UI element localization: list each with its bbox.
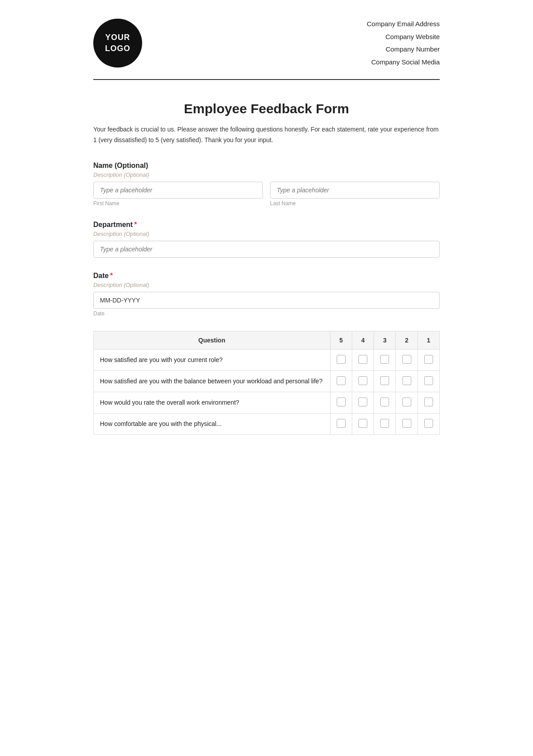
rating-3-cell [374, 413, 396, 434]
rating-5-cell [330, 392, 352, 413]
company-info: Company Email Address Company Website Co… [367, 18, 440, 68]
checkbox-r3-4[interactable] [358, 419, 367, 428]
name-field-label: Name (Optional) [93, 162, 440, 170]
checkbox-r1-5[interactable] [337, 376, 346, 385]
question-cell: How would you rate the overall work envi… [94, 392, 330, 413]
col-3: 3 [374, 331, 396, 349]
checkbox-r2-4[interactable] [358, 398, 367, 406]
first-name-wrapper: First Name [93, 182, 263, 207]
rating-4-cell [352, 392, 374, 413]
table-row: How satisfied are you with your current … [94, 349, 440, 370]
form-title: Employee Feedback Form [93, 101, 440, 116]
rating-4-cell [352, 370, 374, 392]
checkbox-r1-1[interactable] [424, 376, 433, 385]
name-field-section: Name (Optional) Description (Optional) F… [93, 162, 440, 207]
col-question: Question [94, 331, 330, 349]
date-field-label: Date* [93, 272, 440, 280]
last-name-sublabel: Last Name [270, 200, 440, 207]
rating-1-cell [418, 413, 439, 434]
question-cell: How satisfied are you with your current … [94, 349, 330, 370]
department-field-description: Description (Optional) [93, 231, 440, 237]
col-5: 5 [330, 331, 352, 349]
department-input[interactable] [93, 241, 440, 258]
question-cell: How satisfied are you with the balance b… [94, 370, 330, 392]
table-header: Question 5 4 3 2 1 [94, 331, 440, 349]
checkbox-r2-5[interactable] [337, 398, 346, 406]
department-required-star: * [134, 221, 137, 228]
department-field-section: Department* Description (Optional) [93, 221, 440, 258]
name-field-description: Description (Optional) [93, 171, 440, 178]
date-input-row: Date [93, 292, 440, 317]
date-field-description: Description (Optional) [93, 282, 440, 288]
company-website-label: Company Website [367, 31, 440, 44]
table-row: How satisfied are you with the balance b… [94, 370, 440, 392]
name-input-row: First Name Last Name [93, 182, 440, 207]
table-row: How would you rate the overall work envi… [94, 392, 440, 413]
checkbox-r2-3[interactable] [380, 398, 389, 406]
checkbox-r2-2[interactable] [402, 398, 411, 406]
checkbox-r1-2[interactable] [402, 376, 411, 385]
checkbox-r3-1[interactable] [424, 419, 433, 428]
checkbox-r0-4[interactable] [358, 355, 367, 364]
checkbox-r1-3[interactable] [380, 376, 389, 385]
department-input-row [93, 241, 440, 258]
rating-2-cell [396, 349, 418, 370]
table-header-row: Question 5 4 3 2 1 [94, 331, 440, 349]
question-cell: How comfortable are you with the physica… [94, 413, 330, 434]
date-wrapper: Date [93, 292, 440, 317]
company-social-label: Company Social Media [367, 56, 440, 69]
checkbox-r0-3[interactable] [380, 355, 389, 364]
first-name-sublabel: First Name [93, 200, 263, 207]
date-required-star: * [110, 272, 113, 279]
department-field-label: Department* [93, 221, 440, 229]
rating-3-cell [374, 349, 396, 370]
rating-4-cell [352, 349, 374, 370]
rating-4-cell [352, 413, 374, 434]
table-body: How satisfied are you with your current … [94, 349, 440, 434]
rating-5-cell [330, 370, 352, 392]
rating-2-cell [396, 392, 418, 413]
page-header: YOUR LOGO Company Email Address Company … [93, 18, 440, 80]
rating-3-cell [374, 370, 396, 392]
checkbox-r3-2[interactable] [402, 419, 411, 428]
col-1: 1 [418, 331, 439, 349]
col-2: 2 [396, 331, 418, 349]
rating-table: Question 5 4 3 2 1 How satisfied are you… [93, 331, 440, 435]
company-number-label: Company Number [367, 43, 440, 56]
checkbox-r3-3[interactable] [380, 419, 389, 428]
col-4: 4 [352, 331, 374, 349]
rating-1-cell [418, 349, 439, 370]
rating-5-cell [330, 349, 352, 370]
checkbox-r0-2[interactable] [402, 355, 411, 364]
checkbox-r0-5[interactable] [337, 355, 346, 364]
checkbox-r3-5[interactable] [337, 419, 346, 428]
rating-1-cell [418, 370, 439, 392]
checkbox-r1-4[interactable] [358, 376, 367, 385]
company-logo: YOUR LOGO [93, 19, 142, 68]
last-name-wrapper: Last Name [270, 182, 440, 207]
rating-2-cell [396, 413, 418, 434]
checkbox-r0-1[interactable] [424, 355, 433, 364]
rating-2-cell [396, 370, 418, 392]
form-description: Your feedback is crucial to us. Please a… [93, 124, 440, 146]
first-name-input[interactable] [93, 182, 263, 199]
company-email-label: Company Email Address [367, 18, 440, 31]
date-sublabel: Date [93, 310, 440, 317]
rating-1-cell [418, 392, 439, 413]
rating-3-cell [374, 392, 396, 413]
department-wrapper [93, 241, 440, 258]
date-field-section: Date* Description (Optional) Date [93, 272, 440, 317]
checkbox-r2-1[interactable] [424, 398, 433, 406]
table-row: How comfortable are you with the physica… [94, 413, 440, 434]
last-name-input[interactable] [270, 182, 440, 199]
rating-5-cell [330, 413, 352, 434]
date-input[interactable] [93, 292, 440, 309]
